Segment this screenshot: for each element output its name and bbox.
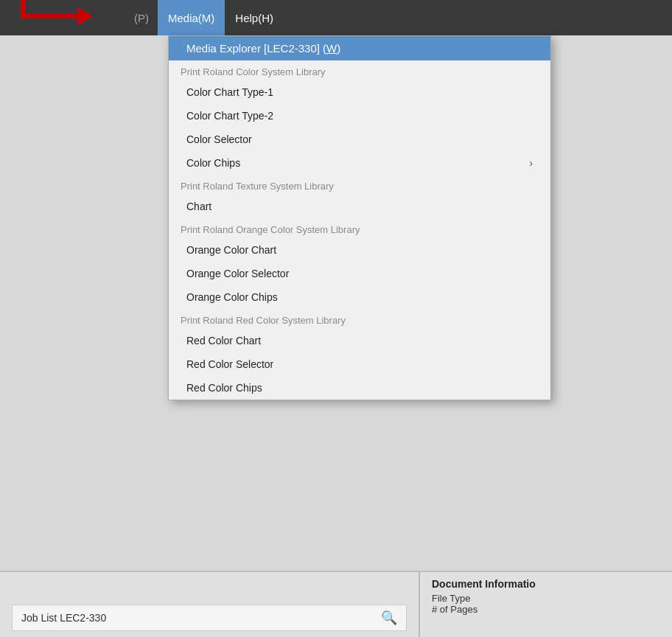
dropdown-item-orange-chart[interactable]: Orange Color Chart xyxy=(169,238,550,262)
dropdown-item-red-selector[interactable]: Red Color Selector xyxy=(169,352,550,376)
doc-info-file-type: File Type xyxy=(432,593,660,604)
menu-item-help[interactable]: Help(H) xyxy=(225,0,284,35)
dropdown-item-orange-chips[interactable]: Orange Color Chips xyxy=(169,285,550,309)
search-icon[interactable]: 🔍 xyxy=(381,610,397,626)
menu-bar: (P) Media(M) Help(H) xyxy=(125,0,284,35)
dropdown-item-red-chart[interactable]: Red Color Chart xyxy=(169,329,550,352)
bottom-left-panel: Job List LEC2-330 🔍 xyxy=(0,572,420,637)
dropdown-item-red-chips[interactable]: Red Color Chips xyxy=(169,376,550,400)
dropdown-section-red: Print Roland Red Color System Library xyxy=(169,309,550,329)
doc-info-pages: # of Pages xyxy=(432,604,660,615)
bottom-area: Job List LEC2-330 🔍 Document Informatio … xyxy=(0,571,672,637)
top-bar: (P) Media(M) Help(H) xyxy=(0,0,672,35)
dropdown-section-roland-color: Print Roland Color System Library xyxy=(169,60,550,80)
arrow-indicator xyxy=(21,7,93,25)
doc-info-title: Document Informatio xyxy=(432,578,660,590)
dropdown-section-texture: Print Roland Texture System Library xyxy=(169,175,550,195)
job-list-label: Job List LEC2-330 xyxy=(21,612,106,624)
dropdown-section-orange: Print Roland Orange Color System Library xyxy=(169,218,550,238)
dropdown-menu: Media Explorer [LEC2-330] (W) Print Rola… xyxy=(168,35,551,400)
dropdown-item-color-chart-1[interactable]: Color Chart Type-1 xyxy=(169,80,550,104)
menu-stub-p: (P) xyxy=(125,0,158,35)
job-list-bar: Job List LEC2-330 🔍 xyxy=(12,605,407,631)
menu-item-media[interactable]: Media(M) xyxy=(158,0,225,35)
dropdown-item-color-chart-2[interactable]: Color Chart Type-2 xyxy=(169,104,550,128)
dropdown-item-media-explorer[interactable]: Media Explorer [LEC2-330] (W) xyxy=(169,36,550,60)
dropdown-item-color-chips[interactable]: Color Chips › xyxy=(169,151,550,175)
dropdown-item-orange-selector[interactable]: Orange Color Selector xyxy=(169,262,550,285)
dropdown-item-chart[interactable]: Chart xyxy=(169,195,550,218)
dropdown-item-color-selector[interactable]: Color Selector xyxy=(169,128,550,151)
chevron-right-icon: › xyxy=(529,157,533,169)
bottom-right-panel: Document Informatio File Type # of Pages xyxy=(420,572,672,637)
